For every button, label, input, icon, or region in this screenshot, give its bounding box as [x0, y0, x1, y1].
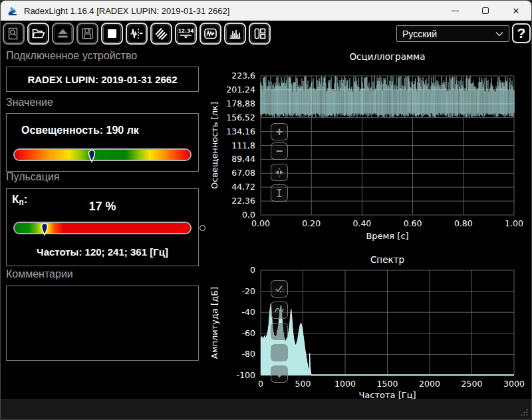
i-beam-icon: [274, 188, 285, 198]
panels-layout-icon: [253, 27, 267, 41]
svg-text:Амплитуда [дБ]: Амплитуда [дБ]: [209, 287, 219, 359]
svg-text:3000: 3000: [503, 379, 525, 389]
oscillogram-chart[interactable]: 223,6201,24178,88156,52134,16111,889,446…: [207, 45, 532, 251]
svg-text:0: 0: [250, 265, 255, 275]
svg-text:-80: -80: [242, 349, 255, 359]
svg-text:1000: 1000: [334, 379, 356, 389]
svg-text:0.40: 0.40: [352, 218, 371, 228]
language-select[interactable]: Русский: [396, 25, 509, 42]
comments-box: [6, 286, 199, 361]
svg-text:201,24: 201,24: [226, 85, 255, 95]
spec-zoom-in-button[interactable]: +: [271, 323, 288, 340]
kp-value: 17 %: [7, 200, 198, 214]
minimize-icon: [452, 11, 459, 11]
pulsation-section-title: Пульсация: [6, 171, 59, 183]
minimize-button[interactable]: [440, 1, 470, 21]
osc-zoom-out-button[interactable]: −: [271, 142, 288, 160]
minus-icon: −: [276, 347, 283, 359]
osc-fit-button[interactable]: [271, 164, 288, 181]
illuminance-scale-bar: [13, 148, 192, 161]
svg-text:134,16: 134,16: [226, 126, 255, 136]
svg-text:178,88: 178,88: [226, 99, 255, 108]
waveform-cursor-icon: [130, 27, 144, 41]
svg-text:2000: 2000: [419, 379, 440, 389]
spec-smooth-button[interactable]: [271, 302, 288, 319]
svg-text:2500: 2500: [462, 379, 483, 389]
device-name: RADEX LUPIN: 2019-01-31 2662: [27, 74, 177, 85]
oscillogram-view-button[interactable]: [200, 23, 221, 45]
value-section-title: Значение: [6, 97, 53, 108]
spectrum-chart[interactable]: 0-20-40-60-80-10005001000150020002500300…: [207, 251, 532, 400]
svg-text:0.20: 0.20: [302, 218, 321, 228]
svg-text:0.80: 0.80: [454, 218, 473, 228]
plus-icon: +: [276, 325, 283, 337]
svg-text:Время [с]: Время [с]: [366, 231, 408, 241]
svg-text:1.00: 1.00: [505, 218, 523, 228]
svg-text:Освещенность [лк]: Освещенность [лк]: [209, 102, 219, 189]
svg-text:Спектр: Спектр: [370, 254, 404, 265]
fit-horizontal-icon: [274, 167, 285, 178]
svg-text:22,36: 22,36: [231, 196, 255, 206]
document-magnifier-icon: [7, 27, 21, 41]
digits-icon: 12.34: [178, 27, 194, 41]
comments-input[interactable]: [7, 286, 198, 360]
svg-text:Осциллограмма: Осциллограмма: [349, 51, 425, 62]
status-bar: [1, 399, 531, 419]
resize-grip-icon[interactable]: [520, 408, 529, 417]
comments-section-title: Комментарии: [6, 268, 73, 280]
check-icon: [274, 284, 285, 294]
preview-button[interactable]: [3, 23, 25, 45]
chart-panel: 223,6201,24178,88156,52134,16111,889,446…: [207, 45, 532, 400]
svg-text:500: 500: [295, 379, 311, 389]
open-button[interactable]: [27, 23, 49, 45]
svg-text:89,44: 89,44: [231, 154, 255, 164]
language-value: Русский: [402, 29, 437, 39]
svg-text:44,72: 44,72: [231, 182, 255, 192]
spec-auto-button[interactable]: [271, 280, 288, 298]
level-marker-icon: [41, 220, 49, 236]
spec-zoom-out-button[interactable]: −: [271, 344, 288, 361]
svg-text:111,8: 111,8: [231, 140, 255, 150]
measure-button[interactable]: [126, 23, 148, 45]
close-icon: ✕: [513, 7, 520, 15]
save-button[interactable]: [76, 23, 98, 45]
title-bar: RadexLight 1.16.4 [RADEX LUPIN: 2019-01-…: [1, 1, 531, 21]
chevron-down-icon: [495, 31, 503, 37]
svg-text:-40: -40: [242, 307, 255, 317]
help-button[interactable]: ?: [512, 23, 531, 43]
svg-text:-60: -60: [242, 328, 255, 338]
spec-fit-button[interactable]: [271, 365, 288, 383]
device-name-box: RADEX LUPIN: 2019-01-31 2662: [6, 67, 199, 92]
svg-text:-20: -20: [242, 286, 255, 296]
maximize-icon: [482, 7, 489, 14]
svg-text:0: 0: [258, 379, 263, 389]
value-display-button[interactable]: 12.34: [175, 23, 197, 45]
window-title: RadexLight 1.16.4 [RADEX LUPIN: 2019-01-…: [24, 6, 229, 16]
eject-button[interactable]: [52, 23, 74, 45]
minus-icon: −: [276, 145, 283, 157]
illuminance-value: Освещенность: 190 лк: [21, 124, 139, 136]
pulsation-scale-bar: [13, 222, 192, 234]
frequencies-label: Частоты: 120; 241; 361 [Гц]: [7, 246, 198, 258]
illuminance-gradient: [15, 150, 190, 160]
left-panel: Подключенное устройство RADEX LUPIN: 201…: [1, 45, 207, 400]
svg-text:223,6: 223,6: [231, 71, 255, 81]
osc-cursor-button[interactable]: [271, 184, 288, 202]
osc-zoom-in-button[interactable]: +: [271, 123, 288, 140]
maximize-button[interactable]: [470, 1, 501, 21]
oscillogram-icon: [203, 27, 217, 41]
spectrum-view-button[interactable]: [224, 23, 246, 45]
svg-text:0.00: 0.00: [251, 218, 270, 228]
stop-button[interactable]: [101, 23, 123, 45]
ranges-button[interactable]: [150, 23, 172, 45]
level-marker-icon: [88, 147, 96, 163]
close-button[interactable]: ✕: [501, 1, 531, 21]
splitter-handle[interactable]: [200, 225, 205, 231]
layout-button[interactable]: [249, 23, 271, 45]
svg-text:12.34: 12.34: [178, 28, 194, 34]
svg-text:0.60: 0.60: [404, 218, 422, 228]
open-folder-icon: [31, 27, 45, 41]
wave-icon: [274, 305, 285, 315]
diagonal-hatch-icon: [154, 27, 168, 41]
toolbar: 12.34: [1, 21, 531, 45]
